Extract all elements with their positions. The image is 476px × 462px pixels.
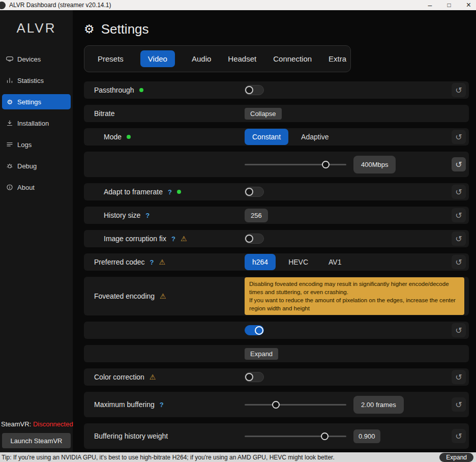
bitrate-slider[interactable] [245,160,346,168]
setting-row-maximum-buffering: Maximum buffering ? 2.00 frames ↺ [84,392,469,417]
help-icon[interactable]: ? [160,401,164,409]
slider-knob[interactable] [321,432,329,440]
setting-row-image-corruption-fix: Image corruption fix ? ⚠ ↺ [84,230,469,247]
warning-icon: ⚠ [159,258,166,266]
mode-option-constant[interactable]: Constant [245,129,288,145]
sidebar-item-debug[interactable]: Debug [2,158,71,174]
reset-button[interactable]: ↺ [452,255,466,269]
reset-button[interactable]: ↺ [452,208,466,222]
bitrate-value[interactable]: 400Mbps [353,156,396,174]
slider-knob[interactable] [322,161,330,168]
sidebar-item-label: Debug [17,162,37,170]
sidebar-item-logs[interactable]: Logs [2,137,71,152]
slider-knob[interactable] [272,401,280,409]
codec-option-hevc[interactable]: HEVC [281,254,316,270]
slider-track[interactable] [245,164,346,165]
setting-row-bitrate-value: 400Mbps ↺ [84,152,469,177]
close-button[interactable]: × [466,2,471,9]
slider-track[interactable] [245,404,346,406]
settings-page: ⚙ Settings Presets Video Audio Headset C… [73,10,476,452]
reset-button[interactable]: ↺ [452,130,466,144]
tab-headset[interactable]: Headset [228,54,256,63]
sidebar-item-settings[interactable]: ⚙ Settings [2,94,71,109]
passthrough-toggle[interactable] [245,85,264,95]
reset-button[interactable]: ↺ [452,83,466,97]
footer-expand-button[interactable]: Expand [439,453,473,462]
bug-icon [6,163,13,169]
sidebar-item-statistics[interactable]: Statistics [2,73,71,88]
codec-option-h264[interactable]: h264 [245,254,276,270]
setting-row-history-size: History size ? 256 ↺ [84,207,469,224]
history-size-value[interactable]: 256 [245,209,268,222]
settings-tabbar: Presets Video Audio Headset Connection E… [84,45,351,72]
app-icon [0,2,6,9]
mode-option-adaptive[interactable]: Adaptive [293,129,336,145]
settings-gear-icon: ⚙ [84,22,95,36]
help-icon[interactable]: ? [145,212,150,219]
buffering-history-weight-slider[interactable] [245,432,346,440]
tab-connection[interactable]: Connection [273,54,312,63]
sidebar-item-devices[interactable]: Devices [2,51,71,67]
sidebar-item-installation[interactable]: Installation [2,115,71,131]
foveated-expand-button[interactable]: Expand [245,348,278,360]
gpu-tip-text: Tip: If you're using an NVIDIA GPU, it's… [2,454,335,461]
codec-option-av1[interactable]: AV1 [321,254,349,270]
setting-label: Color correction [94,373,144,381]
setting-label: Image corruption fix [104,235,166,243]
launch-steamvr-button[interactable]: Launch SteamVR [2,433,71,448]
color-correction-toggle[interactable] [245,372,264,382]
toggle-knob[interactable] [245,235,253,243]
toggle-knob[interactable] [255,326,263,335]
steamvr-status-value: Disconnected [33,420,73,428]
setting-row-color-correction: Color correction ⚠ ↺ [84,368,469,386]
toggle-knob[interactable] [245,86,253,94]
foveated-warning-text: Disabling foveated encoding may result i… [245,277,464,315]
setting-row-foveated-toggle: ↺ [84,322,469,339]
statusbar: Tip: If you're using an NVIDIA GPU, it's… [0,452,476,462]
setting-row-foveated-expand: Expand [84,345,469,362]
reset-button[interactable]: ↺ [452,157,466,171]
tab-video[interactable]: Video [140,50,175,67]
image-corruption-fix-toggle[interactable] [245,234,264,244]
reset-button[interactable]: ↺ [452,185,466,199]
tab-audio[interactable]: Audio [192,54,211,63]
modified-indicator [177,190,181,194]
setting-row-mode: Mode Constant Adaptive ↺ [84,128,469,146]
help-icon[interactable]: ? [168,188,172,196]
sidebar-item-label: Installation [17,120,49,127]
setting-label: History size [104,211,140,219]
toggle-knob[interactable] [245,188,253,196]
mode-segmented-control: Constant Adaptive [245,129,337,145]
setting-label: Adapt to framerate [104,188,163,196]
slider-track[interactable] [245,436,346,437]
maximize-button[interactable]: □ [447,2,451,9]
toggle-knob[interactable] [245,373,253,381]
adapt-to-framerate-toggle[interactable] [245,187,264,197]
sidebar-item-about[interactable]: About [2,180,71,195]
modified-indicator [139,88,143,92]
bitrate-collapse-button[interactable]: Collapse [245,108,282,120]
setting-label: Preferred codec [94,258,145,266]
maximum-buffering-value[interactable]: 2.00 frames [353,396,404,414]
window-title: ALVR Dashboard (streamer v20.14.1) [9,2,111,9]
tab-presets[interactable]: Presets [98,54,124,63]
tab-extra[interactable]: Extra [329,54,346,63]
reset-button[interactable]: ↺ [452,429,466,443]
setting-label: Maximum buffering [94,400,155,409]
warning-icon: ⚠ [181,235,187,243]
maximum-buffering-slider[interactable] [245,400,346,409]
reset-button[interactable]: ↺ [452,370,466,384]
foveated-encoding-toggle[interactable] [245,325,264,335]
help-icon[interactable]: ? [150,258,154,266]
list-icon [6,141,13,148]
reset-button[interactable]: ↺ [452,397,466,412]
setting-row-preferred-codec: Preferred codec ? ⚠ h264 HEVC AV1 ↺ [84,253,469,271]
setting-row-buffering-history-weight: Buffering history weight 0.900 ↺ [84,423,469,449]
help-icon[interactable]: ? [171,235,175,243]
modified-indicator [127,135,131,139]
reset-button[interactable]: ↺ [452,232,466,246]
reset-button[interactable]: ↺ [452,323,466,337]
sidebar-item-label: Logs [17,141,32,149]
buffering-history-weight-value[interactable]: 0.900 [353,429,380,443]
minimize-button[interactable]: – [428,2,432,9]
